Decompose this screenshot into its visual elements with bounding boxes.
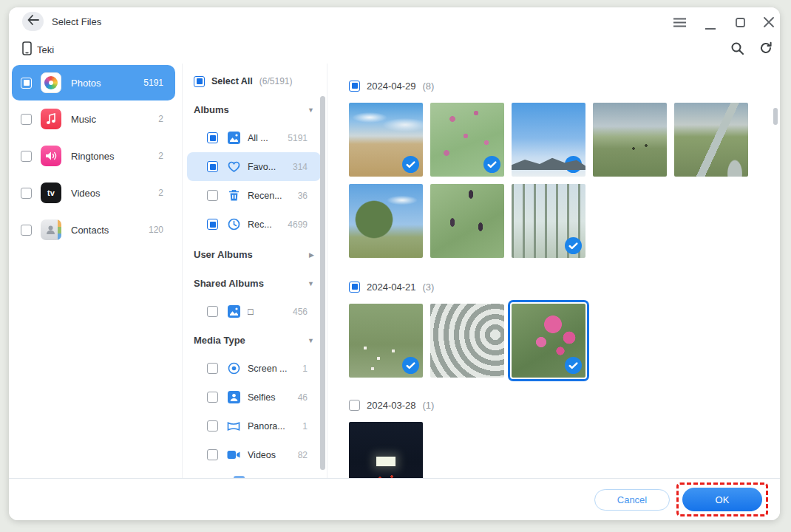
- media-label: Selfies: [248, 392, 298, 403]
- search-icon[interactable]: [730, 41, 744, 55]
- sidebar-item-count: 2: [158, 188, 163, 198]
- album-count: 314: [293, 162, 308, 172]
- date-count: (3): [423, 282, 435, 293]
- music-checkbox[interactable]: [21, 114, 32, 125]
- media-checkbox[interactable]: [207, 392, 218, 403]
- media-row-videos[interactable]: Videos 82: [187, 440, 321, 469]
- music-app-icon: [41, 109, 61, 129]
- titlebar: Select Files Teki: [9, 7, 780, 64]
- photo-thumbnail[interactable]: [430, 103, 504, 177]
- photo-thumbnail[interactable]: [512, 103, 585, 177]
- sidebar-item-contacts[interactable]: Contacts 120: [12, 211, 175, 248]
- section-title: Media Type: [194, 335, 308, 346]
- minimize-icon[interactable]: [703, 18, 718, 32]
- selfies-icon: [227, 391, 240, 404]
- section-header-media-type[interactable]: Media Type ▼: [194, 334, 314, 347]
- album-count: 4699: [288, 219, 308, 230]
- albums-scrollbar[interactable]: [320, 96, 325, 470]
- ringtones-app-icon: [41, 146, 61, 166]
- media-row-selfies[interactable]: Selfies 46: [187, 383, 321, 412]
- album-checkbox[interactable]: [207, 306, 218, 317]
- album-checkbox[interactable]: [207, 190, 218, 201]
- select-all-count: (6/5191): [259, 76, 293, 86]
- gallery-scrollbar[interactable]: [773, 108, 778, 125]
- photo-thumbnail-focused[interactable]: [512, 304, 585, 378]
- maximize-icon[interactable]: [733, 16, 747, 29]
- album-label: Favo...: [248, 162, 293, 172]
- video-camera-icon: [227, 449, 240, 462]
- section-title: Shared Albums: [194, 278, 308, 289]
- date-checkbox[interactable]: [349, 400, 360, 411]
- album-row-recents[interactable]: Rec... 4699: [187, 210, 321, 239]
- photo-thumbnail[interactable]: [349, 422, 423, 478]
- photo-thumbnail[interactable]: [349, 184, 423, 258]
- album-row-recently-deleted[interactable]: Recen... 36: [187, 181, 321, 210]
- photo-thumbnail[interactable]: [512, 184, 585, 258]
- ringtones-checkbox[interactable]: [21, 151, 32, 162]
- photo-thumbnail[interactable]: [349, 103, 423, 177]
- media-row-panoramas[interactable]: Panora... 1: [187, 412, 321, 440]
- photo-gallery: 2024-04-29 (8) 2024-04-21 (3): [327, 64, 780, 478]
- album-checkbox[interactable]: [207, 219, 218, 230]
- photo-thumbnail[interactable]: [674, 103, 748, 177]
- ok-button[interactable]: OK: [682, 488, 762, 511]
- selected-check-icon: [483, 156, 500, 173]
- back-button[interactable]: [22, 12, 44, 31]
- refresh-icon[interactable]: [758, 41, 773, 55]
- date-count: (1): [423, 400, 435, 411]
- photo-thumbnail[interactable]: [349, 304, 423, 378]
- cancel-button[interactable]: Cancel: [594, 489, 670, 511]
- sidebar-item-label: Ringtones: [71, 151, 158, 162]
- select-all-checkbox[interactable]: [194, 76, 205, 87]
- photo-thumbnail[interactable]: [430, 184, 504, 258]
- sidebar-item-photos[interactable]: Photos 5191: [12, 65, 175, 100]
- photo-thumbnail[interactable]: [593, 103, 667, 177]
- sidebar-item-label: Videos: [71, 188, 158, 199]
- sidebar-item-label: Photos: [71, 78, 143, 89]
- screen-recordings-icon: [227, 362, 240, 375]
- ok-highlight-annotation: OK: [676, 482, 768, 516]
- photos-checkbox[interactable]: [21, 78, 32, 89]
- media-checkbox[interactable]: [207, 363, 218, 374]
- photo-grid: [349, 422, 756, 478]
- contacts-checkbox[interactable]: [21, 225, 32, 236]
- media-label: Screen ...: [248, 364, 302, 374]
- shared-album-row[interactable]: □ 456: [187, 297, 321, 326]
- album-row-favorites[interactable]: Favo... 314: [187, 152, 321, 181]
- content-area: Photos 5191 Music 2 Ringtones 2 tv Video…: [9, 64, 780, 478]
- panoramas-icon: [227, 420, 240, 433]
- phone-icon: [22, 41, 32, 58]
- videos-checkbox[interactable]: [21, 188, 32, 199]
- shared-album-icon: [227, 305, 240, 318]
- photo-thumbnail[interactable]: [430, 304, 504, 378]
- date-checkbox[interactable]: [349, 282, 360, 293]
- sidebar-item-music[interactable]: Music 2: [12, 100, 175, 137]
- section-header-albums[interactable]: Albums ▼: [194, 103, 314, 116]
- album-row-all-photos[interactable]: All ... 5191: [187, 123, 321, 152]
- selected-check-icon: [565, 237, 582, 254]
- album-checkbox[interactable]: [207, 161, 218, 172]
- album-checkbox[interactable]: [207, 132, 218, 143]
- media-checkbox[interactable]: [207, 420, 218, 432]
- contacts-app-icon: [41, 219, 61, 240]
- media-count: 1: [302, 421, 308, 432]
- sidebar-item-videos[interactable]: tv Videos 2: [12, 174, 175, 211]
- date-label: 2024-04-29: [367, 81, 416, 92]
- section-header-user-albums[interactable]: User Albums ▶: [194, 248, 314, 261]
- select-all-label: Select All: [211, 76, 253, 86]
- album-label: □: [248, 307, 293, 317]
- menu-icon[interactable]: [672, 16, 687, 29]
- section-title: Albums: [194, 104, 308, 115]
- media-checkbox[interactable]: [207, 449, 218, 460]
- album-label: Rec...: [248, 219, 288, 230]
- sidebar-item-ringtones[interactable]: Ringtones 2: [12, 137, 175, 174]
- section-header-shared-albums[interactable]: Shared Albums ▼: [194, 277, 314, 290]
- sidebar-item-label: Contacts: [71, 225, 149, 236]
- selected-check-icon: [402, 357, 419, 374]
- select-all-row[interactable]: Select All (6/5191): [194, 75, 327, 87]
- date-checkbox[interactable]: [349, 81, 360, 92]
- media-row-screen-recordings[interactable]: Screen ... 1: [187, 354, 321, 383]
- media-label: Videos: [248, 450, 298, 460]
- close-icon[interactable]: [761, 16, 776, 29]
- media-count: 1: [302, 364, 308, 374]
